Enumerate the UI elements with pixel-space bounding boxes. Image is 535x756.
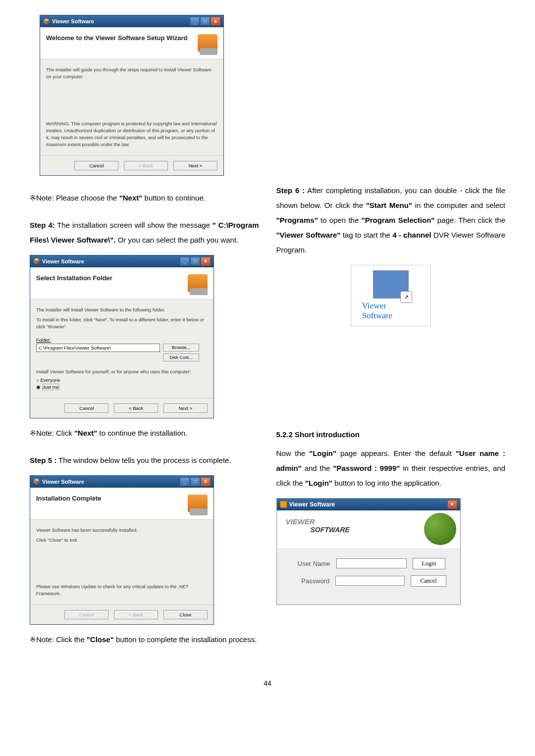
close-button[interactable]: × xyxy=(201,477,211,486)
installer-body: Viewer Software has been successfully in… xyxy=(30,520,214,605)
close-button-action[interactable]: Close xyxy=(163,610,208,619)
note2-text: ※Note: Click "Next" to continue the inst… xyxy=(30,426,259,441)
maximize-button[interactable]: □ xyxy=(190,477,200,486)
installer-header: Installation Complete xyxy=(30,488,214,520)
titlebar: 📦Viewer Software _ □ × xyxy=(30,255,214,267)
minimize-button[interactable]: _ xyxy=(180,257,190,266)
installer-footer: Cancel < Back Close xyxy=(30,605,214,624)
minimize-button[interactable]: _ xyxy=(180,477,190,486)
back-button: < Back xyxy=(124,161,168,170)
complete-text1: Viewer Software has been successfully in… xyxy=(36,527,208,534)
login-button[interactable]: Login xyxy=(413,558,446,569)
login-window-title: Viewer Software xyxy=(289,501,335,508)
installer-title: Welcome to the Viewer Software Setup Wiz… xyxy=(46,34,187,43)
login-intro-text: Now the "Login" page appears. Enter the … xyxy=(276,446,506,491)
box-icon xyxy=(188,274,208,292)
installer-title: Select Installation Folder xyxy=(36,274,112,283)
window-icon: 🟧 xyxy=(280,501,287,508)
window-title: Viewer Software xyxy=(52,18,94,24)
username-input[interactable] xyxy=(336,558,407,568)
password-label: Password xyxy=(291,577,330,585)
installer-complete-window: 📦Viewer Software _ □ × Installation Comp… xyxy=(30,475,214,625)
note3-text: ※Note: Click the "Close" button to compl… xyxy=(30,632,259,647)
folder-text1: The installer will install Viewer Softwa… xyxy=(36,306,208,313)
installer-header: Welcome to the Viewer Software Setup Wiz… xyxy=(40,27,223,59)
page-number: 44 xyxy=(30,679,505,687)
complete-text3: Please use Windows Update to check for a… xyxy=(36,583,208,598)
cancel-login-button[interactable]: Cancel xyxy=(411,575,446,587)
radio-everyone[interactable]: ○ Everyone xyxy=(36,377,208,383)
browse-button[interactable]: Browse... xyxy=(163,344,199,352)
installer-footer: Cancel < Back Next > xyxy=(30,398,214,418)
titlebar: 📦Viewer Software _ □ × xyxy=(40,15,223,27)
step5-text: Step 5 : The window below tells you the … xyxy=(30,453,259,468)
shortcut-label-2: Software xyxy=(356,311,426,321)
back-button: < Back xyxy=(114,610,158,619)
back-button[interactable]: < Back xyxy=(114,403,158,413)
step6-text: Step 6 : After completing installation, … xyxy=(276,183,506,257)
complete-text2: Click "Close" to exit. xyxy=(36,537,208,544)
window-title: Viewer Software xyxy=(42,479,84,485)
step4-text: Step 4: The installation screen will sho… xyxy=(30,218,259,248)
scope-text: Install Viewer Software for yourself, or… xyxy=(36,368,208,375)
window-title: Viewer Software xyxy=(42,258,84,264)
minimize-button[interactable]: _ xyxy=(190,17,200,26)
window-icon: 📦 xyxy=(33,258,40,264)
login-form: User Name Login Password Cancel xyxy=(277,548,460,605)
warning-text: WARNING: This computer program is protec… xyxy=(46,120,217,149)
titlebar: 📦Viewer Software _ □ × xyxy=(30,476,214,488)
folder-label: Folder: xyxy=(36,337,51,343)
window-icon: 📦 xyxy=(33,478,40,485)
next-button[interactable]: Next > xyxy=(163,403,208,413)
radio-justme[interactable]: ◉ Just me xyxy=(36,384,208,390)
close-button[interactable]: × xyxy=(447,500,457,509)
installer-footer: Cancel < Back Next > xyxy=(40,155,223,175)
next-button[interactable]: Next > xyxy=(173,161,217,170)
login-titlebar: 🟧 Viewer Software × xyxy=(277,499,460,510)
close-button[interactable]: × xyxy=(201,257,211,266)
note-prefix: ※Note: xyxy=(30,194,54,202)
globe-icon xyxy=(424,513,456,545)
intro-text: The installer will guide you through the… xyxy=(46,66,217,81)
installer-body: The installer will guide you through the… xyxy=(40,59,223,155)
installer-folder-window: 📦Viewer Software _ □ × Select Installati… xyxy=(30,255,214,418)
viewer-shortcut[interactable]: Viewer Software xyxy=(351,265,431,326)
maximize-button[interactable]: □ xyxy=(190,257,200,266)
login-banner: VIEWER SOFTWARE xyxy=(277,510,460,548)
close-button[interactable]: × xyxy=(211,17,220,26)
note-text: ※Note: Please choose the "Next" button t… xyxy=(30,191,259,205)
disk-cost-button[interactable]: Disk Cost... xyxy=(163,353,199,361)
login-window: 🟧 Viewer Software × VIEWER SOFTWARE User… xyxy=(276,498,461,605)
shortcut-label-1: Viewer xyxy=(356,301,426,311)
installer-body: The installer will install Viewer Softwa… xyxy=(30,300,214,398)
window-icon: 📦 xyxy=(43,18,50,25)
box-icon xyxy=(188,495,208,512)
section-heading: 5.2.2 Short introduction xyxy=(276,430,506,439)
installer-header: Select Installation Folder xyxy=(30,267,214,300)
folder-input[interactable]: C:\Program Files\Viewer Software\ xyxy=(36,344,160,352)
folder-text2: To install in this folder, click "Next".… xyxy=(36,316,208,331)
cancel-button: Cancel xyxy=(64,610,108,619)
box-icon xyxy=(198,34,217,52)
cancel-button[interactable]: Cancel xyxy=(64,403,108,413)
installer-title: Installation Complete xyxy=(36,495,101,503)
maximize-button[interactable]: □ xyxy=(200,17,210,26)
cancel-button[interactable]: Cancel xyxy=(74,161,118,170)
password-input[interactable] xyxy=(335,576,405,586)
installer-welcome-window: 📦Viewer Software _ □ × Welcome to the Vi… xyxy=(40,15,224,176)
shortcut-icon xyxy=(373,270,409,299)
username-label: User Name xyxy=(291,560,330,567)
